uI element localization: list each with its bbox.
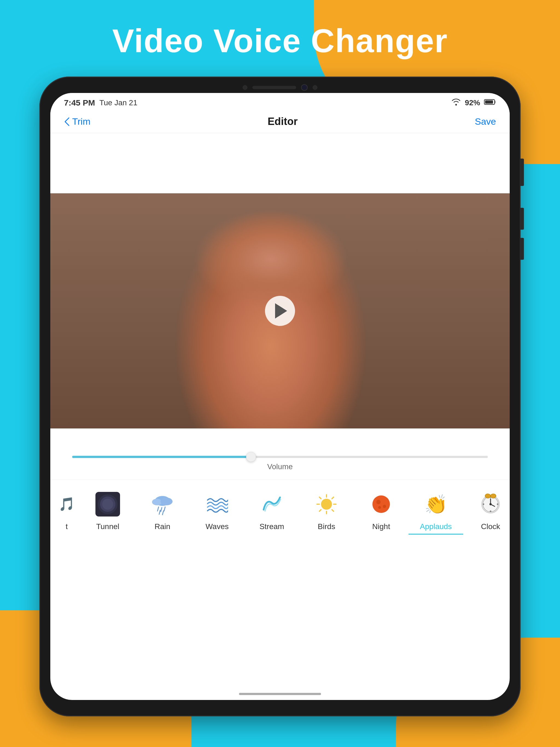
svg-point-31	[489, 503, 492, 505]
svg-line-6	[161, 508, 162, 512]
svg-line-18	[320, 510, 321, 511]
effect-item-rain[interactable]: Rain	[135, 488, 190, 535]
svg-point-22	[378, 506, 381, 509]
status-time: 7:45 PM	[64, 98, 95, 107]
svg-line-7	[164, 507, 165, 511]
effect-icon-stream	[258, 491, 285, 518]
effect-icon-applauds: 👏	[422, 491, 450, 518]
status-bar: 7:45 PM Tue Jan 21 92%	[50, 93, 510, 110]
play-button[interactable]	[265, 296, 295, 326]
wifi-icon	[451, 98, 461, 107]
status-date: Tue Jan 21	[99, 98, 137, 107]
tablet-dot-right	[312, 85, 317, 90]
video-frame	[50, 193, 510, 429]
effects-row: 🎵 t Tunnel	[50, 479, 510, 540]
slider-thumb[interactable]	[246, 452, 256, 462]
svg-line-5	[157, 507, 159, 511]
status-icons: 92%	[451, 98, 496, 107]
battery-icon	[484, 98, 496, 107]
slider-fill	[72, 456, 251, 458]
effect-item-applauds[interactable]: 👏 Applauds	[408, 488, 463, 535]
back-label: Trim	[72, 116, 91, 127]
effect-label-clock: Clock	[481, 522, 500, 531]
svg-point-33	[490, 494, 496, 498]
effect-label-waves: Waves	[206, 522, 229, 531]
svg-rect-1	[485, 100, 493, 104]
home-indicator	[239, 693, 321, 695]
svg-point-19	[373, 495, 390, 513]
tablet-device: 7:45 PM Tue Jan 21 92%	[40, 77, 520, 716]
effect-label-rain: Rain	[154, 522, 170, 531]
effect-item-birds[interactable]: Birds	[299, 488, 354, 535]
effect-item-night[interactable]: Night	[354, 488, 408, 535]
power-button	[520, 159, 524, 186]
svg-point-3	[152, 499, 162, 505]
effect-label-tunnel: Tunnel	[96, 522, 120, 531]
volume-down-button	[520, 238, 524, 260]
volume-slider-container: Volume	[67, 456, 493, 471]
effect-icon-waves	[203, 491, 231, 518]
effect-label-birds: Birds	[318, 522, 335, 531]
svg-point-32	[485, 494, 490, 498]
tablet-speaker	[252, 86, 296, 89]
svg-line-9	[162, 511, 163, 515]
effect-label-night: Night	[372, 522, 390, 531]
back-button[interactable]: Trim	[64, 116, 91, 127]
effect-item-stream[interactable]: Stream	[245, 488, 299, 535]
svg-point-4	[160, 498, 173, 505]
svg-point-28	[497, 504, 499, 505]
effect-item-partial[interactable]: 🎵 t	[53, 488, 80, 535]
tablet-camera-lens	[301, 84, 308, 91]
effect-icon-night	[367, 491, 395, 518]
svg-point-20	[376, 500, 381, 504]
tablet-camera-area	[243, 84, 317, 91]
svg-point-27	[483, 504, 484, 505]
svg-line-8	[159, 510, 160, 514]
video-top-area	[50, 133, 510, 193]
page-title: Video Voice Changer	[0, 22, 560, 60]
effect-item-clock[interactable]: Clock	[463, 488, 510, 535]
effect-icon-rain	[149, 491, 176, 518]
navigation-bar: Trim Editor Save	[50, 110, 510, 133]
controls-area: Volume	[50, 429, 510, 479]
effect-item-tunnel[interactable]: Tunnel	[80, 488, 135, 535]
svg-line-16	[332, 510, 334, 511]
effect-label-applauds: Applauds	[420, 522, 452, 531]
effect-icon-clock	[477, 491, 504, 518]
svg-line-15	[320, 497, 321, 499]
svg-point-10	[321, 499, 332, 510]
svg-point-21	[383, 505, 386, 508]
volume-up-button	[520, 208, 524, 230]
effect-icon-partial: 🎵	[53, 491, 80, 518]
svg-point-26	[490, 511, 491, 512]
save-button[interactable]: Save	[475, 116, 496, 127]
effect-label-stream: Stream	[259, 522, 284, 531]
effect-item-waves[interactable]: Waves	[190, 488, 245, 535]
volume-label: Volume	[72, 462, 488, 471]
svg-line-17	[332, 497, 334, 499]
effect-icon-birds	[313, 491, 340, 518]
effect-label-partial: t	[66, 522, 68, 531]
tablet-dot-left	[243, 85, 248, 90]
play-icon	[275, 303, 287, 318]
battery-percentage: 92%	[465, 98, 480, 107]
slider-track[interactable]	[72, 456, 488, 458]
tablet-screen: 7:45 PM Tue Jan 21 92%	[50, 93, 510, 700]
editor-title: Editor	[268, 115, 298, 127]
effect-icon-tunnel	[94, 491, 121, 518]
